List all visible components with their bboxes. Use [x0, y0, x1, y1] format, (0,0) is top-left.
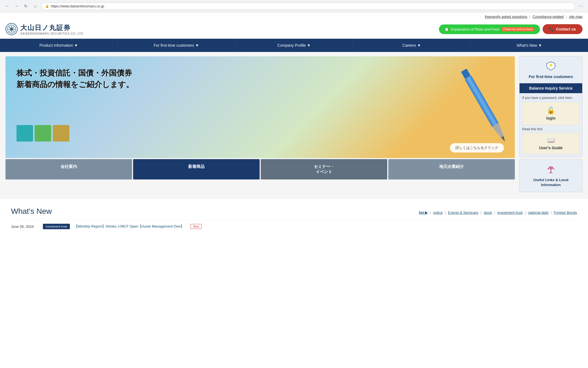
guide-label: User's Guide	[539, 146, 563, 150]
nav-company-profile[interactable]: Company Profile ▼	[235, 39, 353, 52]
first-time-header[interactable]: For first-time customers	[520, 57, 582, 83]
login-button[interactable]: 🔓 login	[522, 102, 579, 125]
tile-new-products[interactable]: 新着商品	[133, 159, 260, 179]
block-teal	[17, 125, 33, 142]
tile-row: 会社案内 新着商品 セミナー・イベント 地元企業紹介	[6, 159, 515, 179]
news-tag: investment trust	[43, 224, 70, 229]
first-time-icon	[546, 61, 556, 73]
filter-notice[interactable]: notice	[433, 211, 443, 215]
filter-events[interactable]: Events & Seminars	[448, 211, 479, 215]
filter-sep2: |	[480, 211, 481, 215]
risks-label: Explanation of Risks and Fees	[451, 27, 499, 31]
svg-point-11	[550, 168, 552, 170]
nav-careers-label: Careers ▼	[402, 43, 421, 48]
forward-button[interactable]: →	[13, 2, 20, 10]
users-guide-button[interactable]: 📖 User's Guide	[522, 133, 579, 154]
nav-whats-new[interactable]: What's New ▼	[471, 39, 588, 52]
first-time-title: For first-time customers	[529, 74, 573, 79]
news-new-badge: New	[191, 224, 202, 229]
compliance-link[interactable]: Compliance-related	[533, 15, 564, 19]
hero-line2: 新着商品の情報をご紹介します。	[17, 79, 134, 90]
filter-stock[interactable]: stock	[484, 211, 492, 215]
svg-point-5	[10, 28, 13, 30]
balance-desc: If you have a password, click here.	[522, 96, 579, 100]
balance-header: Balance Inquiry Service	[520, 83, 582, 93]
filter-sep0: |	[430, 211, 431, 215]
blocks-decoration	[17, 125, 69, 142]
logo-icon	[6, 23, 18, 35]
filter-sep4: |	[525, 211, 526, 215]
browser-controls[interactable]: ← → ↻ ⌂	[3, 2, 39, 10]
hero-area: 株式・投資信託・国債・外国債券 新着商品の情報をご紹介します。	[6, 56, 515, 194]
tile-seminar-label: セミナー・イベント	[314, 164, 334, 174]
nav-first-time-label: For first-time customers ▼	[154, 43, 199, 48]
useful-links-title: Useful Links & Local Information	[524, 178, 578, 187]
main-nav: Product Information ▼ For first-time cus…	[0, 39, 588, 52]
whats-new-header: What's New list ▶ | notice | Events & Se…	[11, 207, 577, 216]
balance-inquiry-section: Balance Inquiry Service If you have a pa…	[520, 83, 582, 157]
contact-icon: 📞	[549, 27, 554, 31]
risks-icon: 📋	[444, 27, 449, 31]
logo-area: 大山日ノ丸証券 DAISENHINOMARU SECURITIES.CO.,LT…	[6, 23, 83, 35]
contact-label: Contact us	[556, 27, 576, 31]
block-yellow	[53, 125, 69, 142]
address-bar[interactable]: 🔒 https://www.daisenhinomaru.co.jp	[41, 2, 575, 10]
nav-first-time[interactable]: For first-time customers ▼	[118, 39, 235, 52]
hero-line1: 株式・投資信託・国債・外国債券	[17, 67, 134, 79]
browser-chrome: ← → ↻ ⌂ 🔒 https://www.daisenhinomaru.co.…	[0, 0, 588, 12]
tile-new-label: 新着商品	[188, 164, 205, 169]
nav-whats-new-label: What's New ▼	[517, 43, 542, 48]
filter-sep1: |	[445, 211, 446, 215]
back-button[interactable]: ←	[3, 2, 11, 10]
news-link[interactable]: 【Monthly Report】Shinko J-REIT Open【Asset…	[74, 224, 184, 229]
tile-company[interactable]: 会社案内	[6, 159, 132, 179]
tile-local[interactable]: 地元企業紹介	[388, 159, 515, 179]
utility-bar: frequently asked questions | Compliance-…	[0, 12, 588, 21]
pen-illustration	[457, 66, 512, 146]
useful-links-section[interactable]: Useful Links & Local Information	[519, 159, 582, 192]
hero-click-label: 詳しくはこちらをクリック	[455, 146, 498, 150]
home-button[interactable]: ⌂	[31, 2, 39, 10]
nav-careers[interactable]: Careers ▼	[353, 39, 471, 52]
book-icon: 📖	[547, 137, 555, 144]
sep1: |	[529, 15, 530, 19]
header: 大山日ノ丸証券 DAISENHINOMARU SECURITIES.CO.,LT…	[0, 21, 588, 39]
refresh-button[interactable]: ↻	[22, 2, 30, 10]
hero-image: 株式・投資信託・国債・外国債券 新着商品の情報をご紹介します。	[6, 56, 515, 158]
page: frequently asked questions | Compliance-…	[0, 12, 588, 368]
filter-sep5: |	[551, 211, 551, 215]
news-date: June 26, 2024	[11, 225, 39, 229]
hero-text: 株式・投資信託・国債・外国債券 新着商品の情報をご紹介します。	[17, 67, 134, 90]
sep2: |	[566, 15, 567, 19]
tile-company-label: 会社案内	[61, 164, 77, 169]
useful-links-icon	[524, 164, 578, 176]
contact-button[interactable]: 📞 Contact us	[543, 24, 582, 34]
nav-product-info[interactable]: Product Information ▼	[0, 39, 118, 52]
browser-actions[interactable]: ⋯	[577, 2, 585, 10]
faq-link[interactable]: frequently asked questions	[485, 15, 527, 19]
security-lock-icon: 🔒	[45, 4, 49, 8]
header-buttons: 📋 Explanation of Risks and Fees Please b…	[439, 24, 582, 34]
tile-local-label: 地元企業紹介	[439, 164, 464, 169]
whats-new-title: What's New	[11, 207, 52, 216]
filter-national-debt[interactable]: national debt	[528, 211, 548, 215]
filter-investment-trust[interactable]: investment trust	[497, 211, 523, 215]
sitemap-link[interactable]: site map	[569, 15, 582, 19]
svg-rect-7	[465, 75, 499, 127]
balance-body: If you have a password, click here. 🔓 lo…	[520, 93, 582, 157]
logo-text: 大山日ノ丸証券 DAISENHINOMARU SECURITIES.CO.,LT…	[20, 23, 83, 35]
filter-foreign-bonds[interactable]: Foreign Bonds	[554, 211, 577, 215]
hero-click-button[interactable]: 詳しくはこちらをクリック	[450, 143, 504, 153]
whats-new-section: What's New list ▶ | notice | Events & Se…	[0, 199, 588, 241]
tile-seminar[interactable]: セミナー・イベント	[261, 159, 387, 179]
news-row: June 26, 2024 investment trust 【Monthly …	[11, 220, 577, 233]
logo-en: DAISENHINOMARU SECURITIES.CO.,LTD	[20, 32, 83, 35]
lock-icon: 🔓	[547, 107, 555, 114]
extensions-button[interactable]: ⋯	[577, 2, 585, 10]
right-sidebar: For first-time customers Balance Inquiry…	[519, 56, 582, 194]
list-link[interactable]: list ▶	[419, 211, 428, 215]
main-content: 株式・投資信託・国債・外国債券 新着商品の情報をご紹介します。	[0, 52, 588, 199]
risks-button[interactable]: 📋 Explanation of Risks and Fees Please b…	[439, 24, 540, 34]
url-text: https://www.daisenhinomaru.co.jp	[51, 4, 104, 8]
read-first-label: Read this first	[522, 127, 579, 131]
